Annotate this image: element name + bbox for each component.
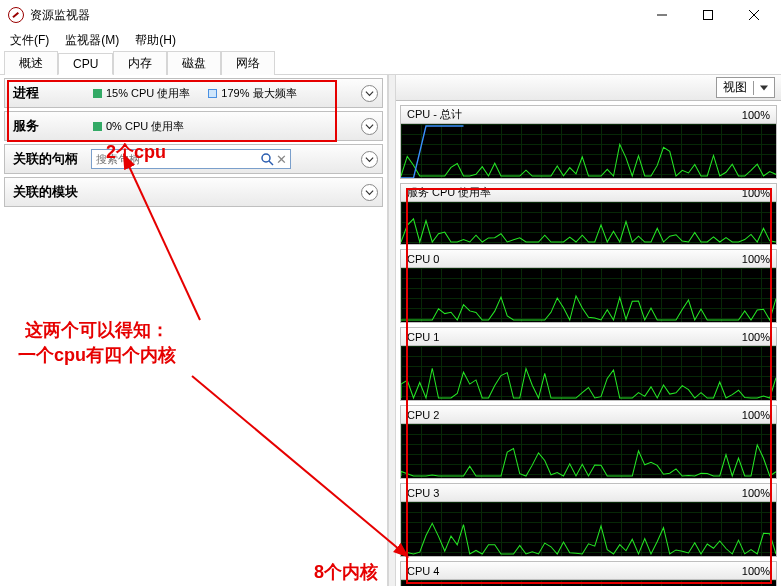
svg-rect-1 — [704, 11, 713, 20]
chevron-down-icon — [365, 89, 374, 98]
close-icon — [749, 10, 759, 20]
graph-body — [401, 202, 776, 244]
cpu-graphs-container: CPU - 总计100%服务 CPU 使用率100%CPU 0100%CPU 1… — [396, 105, 781, 586]
chevron-down-icon — [365, 122, 374, 131]
cpu-graph-block: CPU 4100% — [400, 561, 777, 586]
section-services[interactable]: 服务 0% CPU 使用率 — [4, 111, 383, 141]
processes-title: 进程 — [13, 84, 83, 102]
tab-memory[interactable]: 内存 — [113, 51, 167, 75]
svg-line-5 — [269, 161, 273, 165]
blue-square-icon — [208, 89, 217, 98]
expand-processes[interactable] — [361, 85, 378, 102]
max-freq-stat: 179% 最大频率 — [221, 86, 296, 101]
processes-stats: 15% CPU 使用率 179% 最大频率 — [93, 86, 297, 101]
graph-body — [401, 346, 776, 400]
graph-percent: 100% — [742, 565, 770, 577]
section-modules[interactable]: 关联的模块 — [4, 177, 383, 207]
chevron-down-icon — [760, 84, 768, 92]
tab-disk[interactable]: 磁盘 — [167, 51, 221, 75]
svg-point-4 — [262, 154, 270, 162]
cpu-graph-block: CPU - 总计100% — [400, 105, 777, 179]
cpu-graph-block: CPU 3100% — [400, 483, 777, 557]
window-buttons — [639, 0, 777, 30]
green-square-icon — [93, 122, 102, 131]
graph-label: CPU 1 — [407, 331, 439, 343]
search-handles-input[interactable] — [94, 153, 260, 165]
services-title: 服务 — [13, 117, 83, 135]
graph-body — [401, 424, 776, 478]
handles-title: 关联的句柄 — [13, 150, 83, 168]
graph-percent: 100% — [742, 253, 770, 265]
section-processes[interactable]: 进程 15% CPU 使用率 179% 最大频率 — [4, 78, 383, 108]
view-dropdown[interactable]: 视图 — [716, 77, 775, 98]
titlebar: 资源监视器 — [0, 0, 781, 30]
graph-label: 服务 CPU 使用率 — [407, 185, 491, 200]
cpu-usage-stat: 15% CPU 使用率 — [106, 86, 190, 101]
graph-percent: 100% — [742, 109, 770, 121]
graph-header: CPU 4100% — [401, 562, 776, 580]
view-label: 视图 — [723, 79, 747, 96]
tab-overview[interactable]: 概述 — [4, 51, 58, 75]
graph-body — [401, 580, 776, 586]
graph-body — [401, 502, 776, 556]
menu-file[interactable]: 文件(F) — [2, 30, 57, 51]
cpu-graph-block: CPU 0100% — [400, 249, 777, 323]
right-pane: 视图 CPU - 总计100%服务 CPU 使用率100%CPU 0100%CP… — [396, 75, 781, 586]
menubar: 文件(F) 监视器(M) 帮助(H) — [0, 30, 781, 51]
cpu-graph-block: CPU 2100% — [400, 405, 777, 479]
cpu-graph-block: CPU 1100% — [400, 327, 777, 401]
tab-network[interactable]: 网络 — [221, 51, 275, 75]
graph-label: CPU - 总计 — [407, 107, 462, 122]
expand-modules[interactable] — [361, 184, 378, 201]
graph-header: CPU 1100% — [401, 328, 776, 346]
modules-title: 关联的模块 — [13, 183, 83, 201]
services-cpu-stat: 0% CPU 使用率 — [106, 119, 184, 134]
graph-body — [401, 124, 776, 178]
search-icon[interactable] — [260, 152, 274, 166]
minimize-icon — [657, 10, 667, 20]
app-icon — [8, 7, 24, 23]
search-handles-box: ✕ — [91, 149, 291, 169]
graph-header: CPU - 总计100% — [401, 106, 776, 124]
chevron-down-icon — [365, 155, 374, 164]
graph-percent: 100% — [742, 487, 770, 499]
clear-search-icon[interactable]: ✕ — [274, 152, 288, 167]
graph-percent: 100% — [742, 331, 770, 343]
section-handles[interactable]: 关联的句柄 ✕ — [4, 144, 383, 174]
right-toolbar: 视图 — [396, 75, 781, 101]
left-pane: 进程 15% CPU 使用率 179% 最大频率 服务 0% CPU 使用率 关… — [0, 75, 388, 586]
menu-monitor[interactable]: 监视器(M) — [57, 30, 127, 51]
green-square-icon — [93, 89, 102, 98]
graph-header: CPU 0100% — [401, 250, 776, 268]
graph-percent: 100% — [742, 409, 770, 421]
graph-header: 服务 CPU 使用率100% — [401, 184, 776, 202]
close-button[interactable] — [731, 0, 777, 30]
chevron-down-icon — [365, 188, 374, 197]
graph-header: CPU 3100% — [401, 484, 776, 502]
tab-cpu[interactable]: CPU — [58, 53, 113, 75]
graph-header: CPU 2100% — [401, 406, 776, 424]
graph-label: CPU 4 — [407, 565, 439, 577]
cpu-graph-block: 服务 CPU 使用率100% — [400, 183, 777, 245]
maximize-icon — [703, 10, 713, 20]
graph-label: CPU 0 — [407, 253, 439, 265]
separator — [753, 81, 754, 95]
maximize-button[interactable] — [685, 0, 731, 30]
expand-handles[interactable] — [361, 151, 378, 168]
main-tabs: 概述 CPU 内存 磁盘 网络 — [0, 51, 781, 75]
minimize-button[interactable] — [639, 0, 685, 30]
graph-label: CPU 2 — [407, 409, 439, 421]
vertical-splitter[interactable] — [388, 75, 396, 586]
graph-label: CPU 3 — [407, 487, 439, 499]
expand-services[interactable] — [361, 118, 378, 135]
content: 进程 15% CPU 使用率 179% 最大频率 服务 0% CPU 使用率 关… — [0, 75, 781, 586]
graph-body — [401, 268, 776, 322]
menu-help[interactable]: 帮助(H) — [127, 30, 184, 51]
window-title: 资源监视器 — [30, 7, 639, 24]
graph-percent: 100% — [742, 187, 770, 199]
services-stats: 0% CPU 使用率 — [93, 119, 184, 134]
